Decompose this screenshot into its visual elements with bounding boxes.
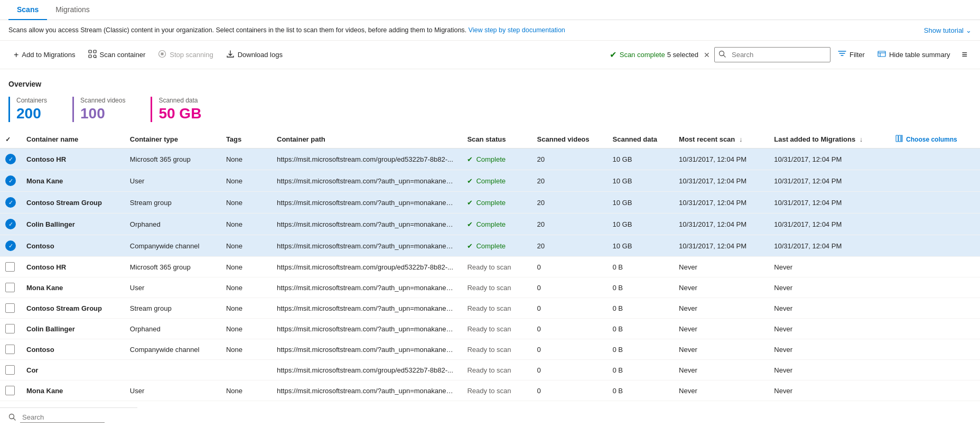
table-row[interactable]: Mona KaneUserNonehttps://msit.microsofts… (0, 380, 980, 401)
cell-last-added: 10/31/2017, 12:04 PM (769, 214, 888, 235)
overview-title: Overview (8, 80, 972, 88)
table-row[interactable]: Mona KaneUserNonehttps://msit.microsofts… (0, 277, 980, 298)
cell-container-path: https://msit.microsoftstream.com/?auth_u… (272, 319, 462, 339)
row-checkbox[interactable] (0, 339, 21, 360)
cell-choose-cols-empty (888, 170, 980, 192)
row-checkbox[interactable] (0, 360, 21, 380)
scan-container-label: Scan container (100, 51, 146, 59)
search-input[interactable] (714, 47, 830, 62)
col-header-last-added[interactable]: Last added to Migrations ↓ (769, 131, 888, 148)
row-checkbox[interactable] (0, 257, 21, 277)
select-all-header[interactable]: ✓ (0, 131, 21, 148)
tab-migrations[interactable]: Migrations (47, 0, 98, 20)
choose-columns-header[interactable]: Choose columns (888, 131, 980, 148)
cell-scan-status: Ready to scan (462, 339, 531, 360)
cell-tags: None (221, 235, 272, 257)
checkbox-unchecked-icon (5, 303, 15, 313)
table-row[interactable]: ✓Mona KaneUserNonehttps://msit.microsoft… (0, 170, 980, 192)
cell-container-name: Mona Kane (21, 380, 125, 401)
row-checkbox[interactable]: ✓ (0, 214, 21, 235)
row-checkbox[interactable]: ✓ (0, 235, 21, 257)
col-header-most-recent-scan[interactable]: Most recent scan ↓ (674, 131, 769, 148)
cell-most-recent-scan: Never (674, 339, 769, 360)
cell-container-path: https://msit.microsoftstream.com/group/e… (272, 257, 462, 277)
stat-scanned-videos: Scanned videos 100 (72, 97, 125, 122)
cell-choose-cols-empty (888, 277, 980, 298)
most-recent-scan-label: Most recent scan (679, 135, 735, 143)
cell-choose-cols-empty (888, 148, 980, 170)
cell-container-type: User (125, 380, 221, 401)
table-row[interactable]: ✓ContosoCompanywide channelNonehttps://m… (0, 235, 980, 257)
col-header-tags: Tags (221, 131, 272, 148)
cell-scan-status: Ready to scan (462, 298, 531, 319)
cell-container-path: https://msit.microsoftstream.com/?auth_u… (272, 214, 462, 235)
cell-choose-cols-empty (888, 235, 980, 257)
cell-most-recent-scan: 10/31/2017, 12:04 PM (674, 214, 769, 235)
checkbox-checked-icon: ✓ (5, 154, 16, 164)
hide-table-summary-button[interactable]: Hide table summary (872, 47, 956, 63)
cell-tags: None (221, 277, 272, 298)
row-checkbox[interactable] (0, 277, 21, 298)
stat-scanned-data: Scanned data 50 GB (151, 97, 201, 122)
cell-tags (221, 360, 272, 380)
table-row[interactable]: ContosoCompanywide channelNonehttps://ms… (0, 339, 980, 360)
svg-line-4 (96, 57, 96, 58)
cell-container-type (125, 360, 221, 380)
download-logs-button[interactable]: Download logs (221, 47, 288, 63)
tab-scans[interactable]: Scans (8, 0, 47, 20)
cell-last-added: Never (769, 360, 888, 380)
cell-choose-cols-empty (888, 214, 980, 235)
table-row[interactable]: ✓Contoso HRMicrosoft 365 groupNonehttps:… (0, 148, 980, 170)
cell-container-path: https://msit.microsoftstream.com/?auth_u… (272, 192, 462, 214)
stop-scanning-button[interactable]: Stop scanning (153, 47, 218, 63)
row-checkbox[interactable]: ✓ (0, 192, 21, 214)
scan-container-button[interactable]: Scan container (83, 47, 151, 63)
cell-container-name: Mona Kane (21, 277, 125, 298)
row-checkbox[interactable] (0, 298, 21, 319)
cell-scan-status: ✔Complete (462, 235, 531, 257)
cell-last-added: Never (769, 339, 888, 360)
table-row[interactable]: ✓Colin BallingerOrphanedNonehttps://msit… (0, 214, 980, 235)
row-checkbox[interactable] (0, 319, 21, 339)
cell-tags: None (221, 339, 272, 360)
cell-choose-cols-empty (888, 257, 980, 277)
cell-choose-cols-empty (888, 319, 980, 339)
cell-choose-cols-empty (888, 380, 980, 401)
svg-rect-0 (89, 50, 91, 53)
show-tutorial-label: Show tutorial (924, 26, 964, 34)
stat-scanned-videos-value: 100 (80, 105, 125, 122)
cell-scanned-videos: 20 (532, 192, 608, 214)
cell-most-recent-scan: Never (674, 360, 769, 380)
row-checkbox[interactable] (0, 380, 21, 401)
table-row[interactable]: Contoso Stream GroupStream groupNonehttp… (0, 298, 980, 319)
clear-selection-button[interactable]: ✕ (702, 50, 712, 60)
checkbox-unchecked-icon (5, 324, 15, 333)
svg-rect-6 (161, 53, 164, 55)
cell-scanned-data: 0 B (608, 257, 674, 277)
stat-containers-value: 200 (16, 105, 47, 122)
cell-container-name: Contoso Stream Group (21, 298, 125, 319)
table-row[interactable]: Corhttps://msit.microsoftstream.com/grou… (0, 360, 980, 380)
step-by-step-link[interactable]: View step by step documentation (469, 26, 565, 34)
table-row[interactable]: Colin BallingerOrphanedNonehttps://msit.… (0, 319, 980, 339)
hide-summary-icon (878, 50, 886, 60)
add-to-migrations-button[interactable]: + Add to Migrations (8, 47, 81, 63)
table-row[interactable]: Contoso HRMicrosoft 365 groupNonehttps:/… (0, 257, 980, 277)
col-header-scanned-data: Scanned data (608, 131, 674, 148)
checkbox-unchecked-icon (5, 386, 15, 395)
cell-scanned-videos: 0 (532, 380, 608, 401)
cell-scan-status: ✔Complete (462, 148, 531, 170)
filter-button[interactable]: Filter (833, 47, 870, 63)
cell-most-recent-scan: 10/31/2017, 12:04 PM (674, 235, 769, 257)
complete-check-icon: ✔ (610, 50, 617, 60)
row-checkbox[interactable]: ✓ (0, 148, 21, 170)
cell-tags: None (221, 148, 272, 170)
cell-tags: None (221, 380, 272, 401)
more-options-button[interactable]: ≡ (957, 46, 972, 63)
table-row[interactable]: ✓Contoso Stream GroupStream groupNonehtt… (0, 192, 980, 214)
row-checkbox[interactable]: ✓ (0, 170, 21, 192)
choose-columns-button[interactable]: Choose columns (893, 135, 975, 144)
chevron-down-icon: ⌄ (966, 26, 972, 34)
show-tutorial-button[interactable]: Show tutorial ⌄ (924, 26, 972, 34)
stat-scanned-data-label: Scanned data (158, 97, 201, 104)
